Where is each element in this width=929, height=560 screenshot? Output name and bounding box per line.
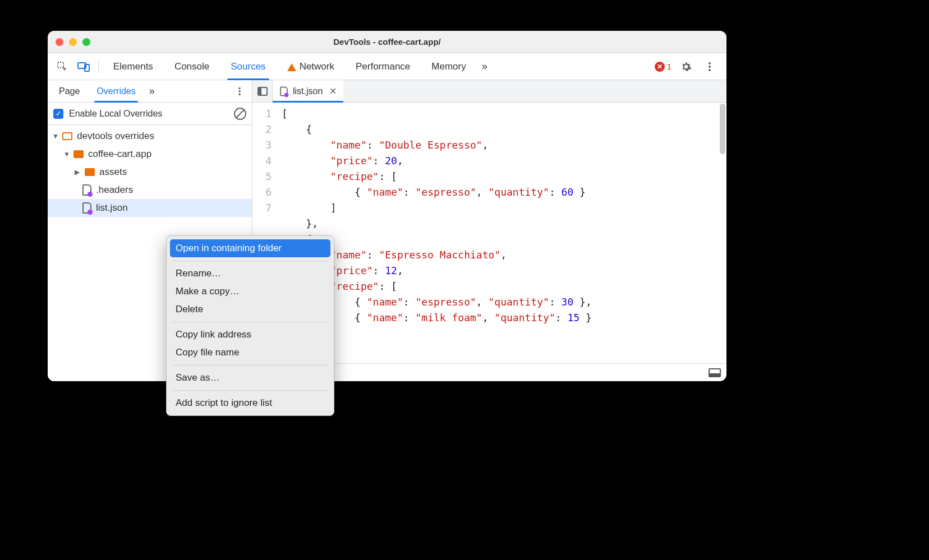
toolbar-divider (98, 60, 99, 73)
tree-assets-folder[interactable]: ▶ assets (48, 163, 252, 181)
warning-icon (287, 63, 296, 71)
chevron-down-icon: ▼ (63, 150, 69, 158)
folder-label: coffee-cart.app (88, 149, 151, 160)
ctx-open-in-folder[interactable]: Open in containing folder (170, 239, 330, 257)
editor-tabs: list.json ✕ (252, 80, 726, 103)
sidebar-tabs: Page Overrides » (48, 80, 252, 103)
menu-separator (172, 390, 328, 391)
zoom-window-button[interactable] (82, 38, 90, 46)
file-icon (280, 86, 288, 96)
tab-console[interactable]: Console (165, 53, 218, 80)
override-dot-icon (88, 192, 93, 197)
tab-performance[interactable]: Performance (347, 53, 419, 80)
error-count: 1 (667, 62, 672, 71)
scrollbar-thumb[interactable] (720, 104, 725, 154)
tree-root-folder[interactable]: ▼ devtools overrides (48, 127, 252, 145)
tab-elements[interactable]: Elements (104, 53, 162, 80)
file-label: .headers (96, 184, 133, 196)
file-label: list.json (96, 202, 128, 214)
svg-point-8 (238, 93, 241, 95)
toggle-navigator-icon[interactable] (252, 80, 273, 103)
inspect-icon[interactable] (53, 58, 71, 76)
ctx-copy-filename[interactable]: Copy file name (167, 344, 334, 362)
sidebar-tab-page[interactable]: Page (52, 80, 86, 103)
more-vert-icon[interactable] (701, 58, 719, 76)
ctx-copy-link[interactable]: Copy link address (167, 326, 334, 344)
toolbar-right: ✕ 1 (655, 58, 721, 76)
menu-separator (172, 261, 328, 261)
sidebar-more-vert-icon[interactable] (232, 84, 247, 99)
ctx-add-ignore[interactable]: Add script to ignore list (167, 394, 334, 412)
editor-tab-listjson[interactable]: list.json ✕ (273, 80, 343, 103)
titlebar: DevTools - coffee-cart.app/ (48, 31, 726, 53)
chevron-right-icon: ▶ (75, 168, 80, 176)
settings-gear-icon[interactable] (677, 58, 695, 76)
clear-overrides-icon[interactable] (234, 108, 246, 120)
ctx-save-as[interactable]: Save as… (167, 369, 334, 387)
drawer-toggle-icon[interactable] (709, 368, 721, 377)
folder-icon (62, 132, 72, 140)
folder-label: assets (99, 166, 127, 178)
tab-memory[interactable]: Memory (422, 53, 475, 80)
svg-rect-10 (258, 87, 261, 95)
minimize-window-button[interactable] (69, 38, 77, 46)
devtools-window: DevTools - coffee-cart.app/ Elements Con… (48, 31, 726, 381)
svg-point-5 (709, 69, 711, 71)
svg-point-7 (238, 90, 241, 92)
override-dot-icon (88, 210, 93, 215)
close-window-button[interactable] (56, 38, 63, 46)
traffic-lights (56, 38, 90, 46)
content-area: Page Overrides » ✓ Enable Local Override… (48, 80, 726, 381)
chevron-down-icon: ▼ (52, 132, 58, 140)
tree-file-listjson[interactable]: list.json (48, 199, 252, 217)
window-title: DevTools - coffee-cart.app/ (48, 37, 726, 47)
main-toolbar: Elements Console Sources Network Perform… (48, 53, 726, 80)
enable-overrides-label: Enable Local Overrides (69, 109, 162, 119)
close-tab-icon[interactable]: ✕ (327, 86, 337, 96)
ctx-make-copy[interactable]: Make a copy… (167, 283, 334, 300)
menu-separator (172, 322, 328, 322)
tab-network[interactable]: Network (278, 53, 343, 80)
menu-separator (172, 365, 328, 365)
folder-label: devtools overrides (77, 131, 154, 142)
folder-icon (85, 168, 95, 176)
more-tabs-chevron-icon[interactable]: » (479, 61, 491, 72)
override-dot-icon (284, 92, 289, 97)
folder-icon (73, 150, 84, 158)
error-icon: ✕ (655, 62, 665, 72)
svg-point-6 (238, 87, 241, 89)
enable-overrides-row[interactable]: ✓ Enable Local Overrides (48, 103, 252, 125)
error-badge[interactable]: ✕ 1 (655, 62, 672, 72)
editor-tab-label: list.json (293, 86, 323, 96)
code-content[interactable]: [ { "name": "Double Espresso", "price": … (277, 103, 726, 363)
device-toolbar-icon[interactable] (75, 58, 93, 76)
tab-sources[interactable]: Sources (222, 53, 274, 80)
sidebar-tab-overrides[interactable]: Overrides (90, 80, 142, 103)
file-icon (82, 184, 91, 196)
context-menu: Open in containing folder Rename… Make a… (166, 235, 334, 416)
file-icon (82, 202, 91, 214)
svg-point-4 (709, 66, 711, 68)
ctx-rename[interactable]: Rename… (167, 265, 334, 283)
svg-point-3 (709, 62, 711, 64)
tree-file-headers[interactable]: .headers (48, 181, 252, 199)
sidebar-more-chevron-icon[interactable]: » (146, 85, 158, 97)
ctx-delete[interactable]: Delete (167, 300, 334, 318)
enable-overrides-checkbox[interactable]: ✓ (53, 109, 63, 119)
tree-domain-folder[interactable]: ▼ coffee-cart.app (48, 145, 252, 163)
